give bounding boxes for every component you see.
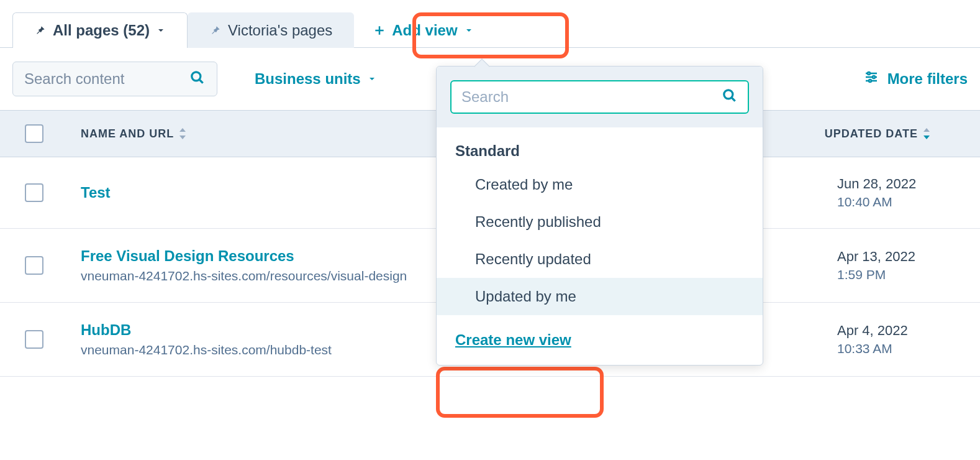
dropdown-item-recently-updated[interactable]: Recently updated xyxy=(437,241,763,278)
row-date: Apr 13, 2022 xyxy=(837,249,930,265)
search-content-input[interactable] xyxy=(12,62,217,96)
select-all-checkbox[interactable] xyxy=(25,124,43,143)
chevron-down-icon xyxy=(367,74,377,84)
more-filters-button[interactable]: More filters xyxy=(864,70,968,88)
add-view-dropdown: Standard Created by me Recently publishe… xyxy=(436,66,763,366)
dropdown-section-title: Standard xyxy=(437,127,763,166)
plus-icon xyxy=(373,24,386,37)
sliders-icon xyxy=(864,70,879,88)
search-icon xyxy=(189,70,206,88)
svg-point-1 xyxy=(868,72,870,75)
row-checkbox[interactable] xyxy=(25,183,43,202)
dropdown-create-wrap: Create new view xyxy=(437,315,763,365)
row-checkbox[interactable] xyxy=(25,256,43,275)
tab-add-view[interactable]: Add view xyxy=(354,12,492,48)
row-time: 10:33 AM xyxy=(837,341,930,356)
dropdown-search-field[interactable] xyxy=(461,88,722,106)
filter-label: Business units xyxy=(255,70,361,88)
row-date: Apr 4, 2022 xyxy=(837,323,930,339)
search-content-field[interactable] xyxy=(24,70,189,88)
create-new-view-link[interactable]: Create new view xyxy=(455,331,571,348)
dropdown-search-wrap xyxy=(437,67,763,127)
tab-victoria[interactable]: Victoria's pages xyxy=(188,12,354,48)
column-label: NAME AND URL xyxy=(81,127,174,140)
pin-icon xyxy=(34,24,47,37)
search-icon xyxy=(722,88,738,106)
chevron-down-icon xyxy=(156,25,166,35)
svg-point-0 xyxy=(192,72,201,81)
pin-icon xyxy=(209,24,222,37)
tab-all-pages[interactable]: All pages (52) xyxy=(12,12,188,48)
row-time: 1:59 PM xyxy=(837,267,930,282)
svg-point-3 xyxy=(869,80,871,82)
column-label: UPDATED DATE xyxy=(825,127,918,140)
svg-point-4 xyxy=(724,90,733,99)
dropdown-item-created-by-me[interactable]: Created by me xyxy=(437,166,763,203)
tab-label: Add view xyxy=(392,22,457,39)
column-name-header[interactable]: NAME AND URL xyxy=(81,127,186,140)
dropdown-search-input[interactable] xyxy=(450,80,749,114)
row-title[interactable]: Test xyxy=(81,184,111,201)
row-url: vneuman-4241702.hs-sites.com/hubdb-test xyxy=(81,343,332,357)
row-title[interactable]: Free Visual Design Resources xyxy=(81,247,407,265)
tab-label: Victoria's pages xyxy=(228,22,332,39)
row-date: Jun 28, 2022 xyxy=(837,176,930,192)
dropdown-item-updated-by-me[interactable]: Updated by me xyxy=(437,278,763,315)
svg-point-2 xyxy=(873,76,875,78)
chevron-down-icon xyxy=(464,25,474,35)
row-url: vneuman-4241702.hs-sites.com/resources/v… xyxy=(81,269,407,283)
more-filters-label: More filters xyxy=(887,70,968,88)
row-time: 10:40 AM xyxy=(837,195,930,209)
sort-icon xyxy=(923,128,930,139)
dropdown-item-recently-published[interactable]: Recently published xyxy=(437,203,763,241)
row-title[interactable]: HubDB xyxy=(81,321,332,339)
business-units-filter[interactable]: Business units xyxy=(255,70,377,88)
column-updated-header[interactable]: UPDATED DATE xyxy=(825,127,955,140)
sort-icon xyxy=(179,128,186,139)
row-checkbox[interactable] xyxy=(25,330,43,349)
tabs-bar: All pages (52) Victoria's pages Add view xyxy=(0,0,980,48)
tab-label: All pages (52) xyxy=(53,22,150,39)
